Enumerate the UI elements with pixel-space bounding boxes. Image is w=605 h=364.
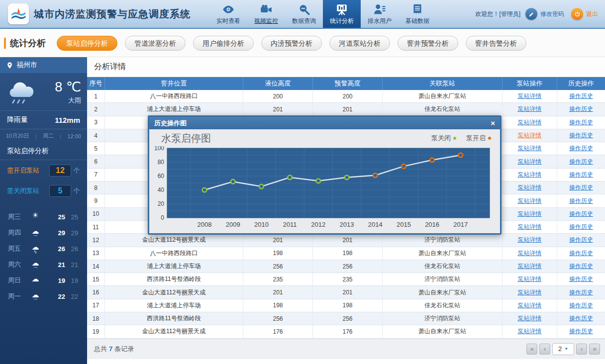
nav-item-6[interactable]: 基础数据 bbox=[399, 0, 436, 28]
logout-link[interactable]: 退出 bbox=[586, 10, 598, 18]
operation-history-link[interactable]: 操作历史 bbox=[569, 301, 593, 310]
last-page-button[interactable]: » bbox=[589, 344, 600, 355]
date-value: 10月20日 bbox=[6, 132, 29, 140]
tab-7[interactable]: 窨井告警分析 bbox=[466, 36, 526, 51]
tab-3[interactable]: 用户偷排分析 bbox=[193, 36, 254, 51]
operation-history-link[interactable]: 操作历史 bbox=[569, 197, 593, 205]
forecast-day: 周日 bbox=[8, 276, 29, 285]
operation-history-link[interactable]: 操作历史 bbox=[569, 183, 593, 192]
operation-history-link[interactable]: 操作历史 bbox=[569, 105, 593, 113]
station-detail-link[interactable]: 泵站详情 bbox=[518, 144, 542, 153]
manhole-position: 浦上大道浦上停车场 bbox=[105, 103, 243, 115]
station-detail-link[interactable]: 泵站详情 bbox=[518, 288, 542, 297]
station-detail-link[interactable]: 泵站详情 bbox=[518, 105, 542, 113]
station-detail-link[interactable]: 泵站详情 bbox=[518, 131, 542, 140]
station-detail-link[interactable]: 泵站详情 bbox=[518, 301, 542, 310]
page-select[interactable]: 2 ▼ bbox=[552, 343, 574, 355]
history-action-cell: 操作历史 bbox=[557, 286, 605, 298]
station-detail-link[interactable]: 泵站详情 bbox=[518, 183, 542, 192]
table-footer: 总共 7 条记录 « ‹ 2 ▼ › » bbox=[87, 339, 605, 359]
station-detail-link[interactable]: 泵站详情 bbox=[518, 275, 542, 283]
tab-5[interactable]: 河道泵站分析 bbox=[329, 36, 390, 51]
operation-history-link[interactable]: 操作历史 bbox=[569, 288, 593, 297]
station-detail-link[interactable]: 泵站详情 bbox=[518, 314, 542, 323]
total-count: 7 bbox=[109, 345, 112, 353]
nav-item-3[interactable]: 数据查询 bbox=[285, 0, 323, 28]
operation-history-link[interactable]: 操作历史 bbox=[569, 327, 593, 336]
tab-1[interactable]: 泵站启停分析 bbox=[57, 36, 117, 51]
station-detail-link[interactable]: 泵站详情 bbox=[518, 236, 542, 244]
operation-history-link[interactable]: 操作历史 bbox=[569, 236, 593, 244]
chart-header: 水泵启停图 泵关闭泵开启 bbox=[152, 130, 495, 146]
history-action-cell: 操作历史 bbox=[557, 312, 605, 325]
svg-text:2016: 2016 bbox=[425, 221, 439, 228]
caret-down-icon: ▼ bbox=[564, 347, 568, 351]
station-detail-link[interactable]: 泵站详情 bbox=[518, 92, 542, 100]
stat-label: 需开启泵站 bbox=[7, 166, 39, 175]
svg-text:80: 80 bbox=[158, 159, 165, 166]
operation-history-link[interactable]: 操作历史 bbox=[569, 249, 593, 258]
legend-marker-icon bbox=[488, 137, 491, 140]
low-temp: 29 bbox=[65, 229, 78, 237]
nav-item-4[interactable]: 统计分析 bbox=[323, 0, 361, 28]
station-detail-link[interactable]: 泵站详情 bbox=[518, 171, 542, 179]
svg-text:20: 20 bbox=[158, 200, 165, 207]
low-temp: 21 bbox=[65, 261, 78, 269]
water-level: 198 bbox=[243, 247, 313, 260]
tab-2[interactable]: 管道淤塞分析 bbox=[125, 36, 186, 51]
legend-marker-icon bbox=[453, 137, 456, 140]
power-icon[interactable] bbox=[571, 8, 583, 20]
nav-item-5[interactable]: 排水用户 bbox=[361, 0, 399, 28]
stat-value: 5 bbox=[49, 185, 71, 197]
nav-item-1[interactable]: 实时查看 bbox=[209, 0, 247, 28]
wave-logo-icon bbox=[10, 5, 27, 22]
tab-4[interactable]: 内涝预警分析 bbox=[261, 36, 322, 51]
operation-history-link[interactable]: 操作历史 bbox=[569, 171, 593, 179]
manhole-position: 浦上大道浦上停车场 bbox=[105, 299, 243, 312]
change-password-link[interactable]: 修改密码 bbox=[540, 10, 564, 18]
stat-unit: 个 bbox=[71, 186, 82, 195]
nav-item-2[interactable]: 视频监控 bbox=[247, 0, 285, 28]
eye-icon bbox=[222, 3, 235, 16]
operation-history-link[interactable]: 操作历史 bbox=[569, 262, 593, 271]
operation-history-link[interactable]: 操作历史 bbox=[569, 314, 593, 323]
station-detail-link[interactable]: 泵站详情 bbox=[518, 158, 542, 166]
history-action-cell: 操作历史 bbox=[557, 260, 605, 273]
operation-history-link[interactable]: 操作历史 bbox=[569, 92, 593, 100]
legend-label: 泵关闭 bbox=[431, 134, 451, 143]
first-page-button[interactable]: « bbox=[526, 344, 537, 355]
svg-text:2013: 2013 bbox=[340, 221, 354, 228]
operation-history-link[interactable]: 操作历史 bbox=[569, 158, 593, 166]
modal-titlebar[interactable]: 历史操作图 × bbox=[149, 117, 500, 129]
rain-icon: ☁ bbox=[29, 259, 42, 270]
row-number: 9 bbox=[87, 194, 105, 207]
next-page-button[interactable]: › bbox=[576, 344, 587, 355]
station-action-cell: 泵站详情 bbox=[503, 260, 557, 273]
drizzle-icon: ☁ bbox=[29, 291, 42, 302]
station-detail-link[interactable]: 泵站详情 bbox=[518, 197, 542, 205]
station-detail-link[interactable]: 泵站详情 bbox=[518, 327, 542, 336]
operation-history-link[interactable]: 操作历史 bbox=[569, 275, 593, 283]
tab-6[interactable]: 窨井预警分析 bbox=[398, 36, 458, 51]
nav-label: 基础数据 bbox=[405, 17, 429, 25]
operation-history-link[interactable]: 操作历史 bbox=[569, 144, 593, 153]
table-row: 12金山大道112号丽景天成201201济宁消防泵站泵站详情操作历史 bbox=[87, 234, 605, 247]
prev-page-button[interactable]: ‹ bbox=[539, 344, 550, 355]
close-icon[interactable]: × bbox=[491, 119, 495, 127]
operation-history-link[interactable]: 操作历史 bbox=[569, 210, 593, 218]
station-detail-link[interactable]: 泵站详情 bbox=[518, 262, 542, 271]
operation-history-link[interactable]: 操作历史 bbox=[569, 223, 593, 231]
edit-password-icon[interactable] bbox=[525, 8, 537, 20]
warning-level: 200 bbox=[313, 90, 383, 102]
high-temp: 19 bbox=[52, 277, 65, 284]
table-row: 18西洪路11号祭酒岭段256256济宁消防泵站泵站详情操作历史 bbox=[87, 312, 605, 325]
station-detail-link[interactable]: 泵站详情 bbox=[518, 223, 542, 231]
station-detail-link[interactable]: 泵站详情 bbox=[518, 249, 542, 258]
operation-history-link[interactable]: 操作历史 bbox=[569, 118, 593, 127]
low-temp: 19 bbox=[65, 277, 78, 284]
station-detail-link[interactable]: 泵站详情 bbox=[518, 118, 542, 127]
station-action-cell: 泵站详情 bbox=[503, 234, 557, 246]
operation-history-link[interactable]: 操作历史 bbox=[569, 131, 593, 140]
station-detail-link[interactable]: 泵站详情 bbox=[518, 210, 542, 218]
manhole-position: 西洪路11号祭酒岭段 bbox=[105, 312, 243, 325]
